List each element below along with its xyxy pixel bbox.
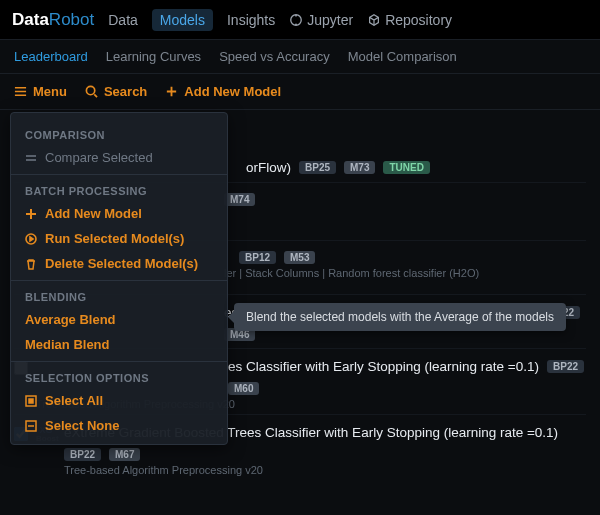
nav-jupyter[interactable]: Jupyter: [289, 12, 353, 28]
menu-item-label: Compare Selected: [45, 150, 153, 165]
search-icon: [85, 85, 98, 98]
menu-item-label: Add New Model: [45, 206, 142, 221]
menu-divider: [11, 361, 227, 362]
logo-part2: Robot: [49, 10, 94, 30]
play-icon: [25, 233, 37, 245]
svg-point-3: [86, 86, 94, 94]
top-nav: DataRobot Data Models Insights Jupyter R…: [0, 0, 600, 40]
menu-item-label: Select None: [45, 418, 119, 433]
subtabs: Leaderboard Learning Curves Speed vs Acc…: [0, 40, 600, 74]
plus-icon: [25, 208, 37, 220]
menu-select-none[interactable]: Select None: [11, 413, 227, 438]
menu-add-new-model[interactable]: Add New Model: [11, 201, 227, 226]
menu-label: Menu: [33, 84, 67, 99]
svg-point-1: [295, 14, 297, 16]
m-badge: M53: [284, 251, 315, 264]
nav-models[interactable]: Models: [152, 9, 213, 31]
hamburger-icon: [14, 85, 27, 98]
menu-item-label: Select All: [45, 393, 103, 408]
search-button[interactable]: Search: [85, 84, 147, 99]
nav-data[interactable]: Data: [108, 12, 138, 28]
compare-icon: [25, 152, 37, 164]
menu-item-label: Run Selected Model(s): [45, 231, 184, 246]
menu-section-selection: SELECTION OPTIONS: [11, 366, 227, 388]
menu-panel: COMPARISON Compare Selected BATCH PROCES…: [10, 112, 228, 445]
trash-icon: [25, 258, 37, 270]
menu-section-blending: BLENDING: [11, 285, 227, 307]
menu-select-all[interactable]: Select All: [11, 388, 227, 413]
m-badge: M67: [109, 448, 140, 461]
tooltip-average-blend: Blend the selected models with the Avera…: [234, 303, 566, 331]
select-all-icon: [25, 395, 37, 407]
tab-speed-vs-accuracy[interactable]: Speed vs Accuracy: [219, 49, 330, 64]
menu-delete-selected[interactable]: Delete Selected Model(s): [11, 251, 227, 276]
menu-item-label: Average Blend: [25, 312, 116, 327]
m-badge: M73: [344, 161, 375, 174]
add-new-model-button[interactable]: Add New Model: [165, 84, 281, 99]
bp-badge: BP22: [547, 360, 584, 373]
menu-compare-selected[interactable]: Compare Selected: [11, 145, 227, 170]
tuned-badge: TUNED: [383, 161, 429, 174]
model-subtitle: Tree-based Algorithm Preprocessing v20: [64, 464, 586, 476]
logo-part1: Data: [12, 10, 49, 30]
menu-item-label: Delete Selected Model(s): [45, 256, 198, 271]
svg-point-2: [295, 23, 297, 25]
bp-badge: BP22: [64, 448, 101, 461]
select-none-icon: [25, 420, 37, 432]
menu-section-comparison: COMPARISON: [11, 123, 227, 145]
logo: DataRobot: [12, 10, 94, 30]
nav-repository-label: Repository: [385, 12, 452, 28]
m-badge: M60: [228, 382, 259, 395]
add-new-model-label: Add New Model: [184, 84, 281, 99]
model-title-fragment: orFlow): [246, 160, 291, 175]
model-title-fragment: es Classifier with Early Stopping (learn…: [228, 359, 539, 374]
menu-run-selected[interactable]: Run Selected Model(s): [11, 226, 227, 251]
toolbar: Menu Search Add New Model: [0, 74, 600, 110]
nav-jupyter-label: Jupyter: [307, 12, 353, 28]
menu-item-label: Median Blend: [25, 337, 110, 352]
bp-badge: BP25: [299, 161, 336, 174]
bp-badge: BP12: [239, 251, 276, 264]
menu-section-batch: BATCH PROCESSING: [11, 179, 227, 201]
jupyter-icon: [289, 13, 303, 27]
model-subtitle: ler | Stack Columns | Random forest clas…: [224, 267, 586, 279]
search-label: Search: [104, 84, 147, 99]
tab-model-comparison[interactable]: Model Comparison: [348, 49, 457, 64]
cube-icon: [367, 13, 381, 27]
tab-leaderboard[interactable]: Leaderboard: [14, 49, 88, 64]
tab-learning-curves[interactable]: Learning Curves: [106, 49, 201, 64]
nav-repository[interactable]: Repository: [367, 12, 452, 28]
nav-insights[interactable]: Insights: [227, 12, 275, 28]
menu-divider: [11, 280, 227, 281]
m-badge: M74: [224, 193, 255, 206]
menu-average-blend[interactable]: Average Blend: [11, 307, 227, 332]
menu-median-blend[interactable]: Median Blend: [11, 332, 227, 357]
menu-button[interactable]: Menu: [14, 84, 67, 99]
menu-divider: [11, 174, 227, 175]
plus-icon: [165, 85, 178, 98]
